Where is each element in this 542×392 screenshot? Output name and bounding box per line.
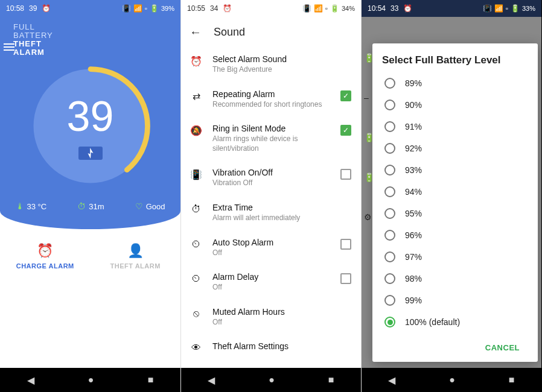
timer-icon: ⏱: [77, 201, 86, 211]
radio-button[interactable]: [384, 186, 395, 197]
battery-icon: 🔋: [511, 4, 520, 13]
option-label: 93%: [405, 165, 422, 175]
option-label: 95%: [405, 209, 422, 218]
nav-recent[interactable]: ■: [328, 375, 334, 385]
battery-percent: 39: [67, 92, 114, 141]
app-bar: ← Sound: [181, 17, 361, 47]
row-icon: 📳: [190, 169, 203, 180]
panel-sound-settings: 10:55 34 ⏰ 📳 📶 ▫ 🔋 34% ← Sound ⏰ Select …: [180, 0, 361, 392]
radio-button[interactable]: [384, 317, 395, 327]
row-subtitle: Off: [212, 283, 331, 292]
radio-button[interactable]: [384, 78, 395, 89]
dimmed-background: 🔋 – 🔋 🔋 ⚙ Select Full Battery Level 89% …: [362, 17, 541, 392]
signal-icon: ▫: [145, 4, 147, 13]
radio-button[interactable]: [384, 295, 395, 306]
stat-temp: 🌡 33 °C: [16, 201, 47, 211]
android-navbar: ◀ ● ■: [181, 368, 361, 392]
status-notif: 33: [391, 4, 398, 13]
logo-line: ALARM: [13, 48, 45, 57]
android-navbar: ◀ ● ■: [0, 368, 180, 392]
settings-list[interactable]: ⏰ Select Alarm Sound The Big Adventure ⇄…: [181, 47, 361, 368]
settings-row[interactable]: 👁 Theft Alarm Settings: [181, 334, 361, 361]
logo-line: FULL: [13, 22, 35, 31]
settings-row[interactable]: 📳 Vibration On/Off Vibration Off: [181, 160, 361, 195]
checkbox[interactable]: [340, 273, 351, 284]
radio-button[interactable]: [384, 230, 395, 241]
row-subtitle: Recommended for short ringtones: [212, 100, 331, 110]
settings-row[interactable]: ⏲ Alarm Delay Off: [181, 265, 361, 300]
nav-home[interactable]: ●: [269, 375, 275, 385]
settings-row[interactable]: ⇄ Repeating Alarm Recommended for short …: [181, 82, 361, 117]
nav-back[interactable]: ◀: [208, 375, 215, 386]
checkbox[interactable]: ✓: [340, 90, 351, 101]
row-subtitle: Off: [212, 318, 351, 327]
level-option[interactable]: 94%: [382, 181, 528, 203]
alarm-clock-icon: ⏰: [37, 243, 54, 259]
alarm-icon: ⏰: [223, 4, 232, 13]
status-time: 10:55: [187, 4, 205, 13]
row-subtitle: Off: [212, 248, 331, 258]
row-title: Ring in Silent Mode: [212, 124, 331, 133]
checkbox[interactable]: [340, 239, 351, 250]
row-icon: 👁: [190, 343, 203, 353]
alarm-icon: ⏰: [42, 4, 51, 13]
level-option[interactable]: 99%: [382, 289, 528, 311]
level-option[interactable]: 97%: [382, 246, 528, 268]
dialog-option-list[interactable]: 89% 90% 91% 92% 93% 94% 95% 96% 97% 98% …: [382, 72, 528, 336]
level-option[interactable]: 90%: [382, 94, 528, 116]
android-navbar: ◀ ● ■: [362, 368, 541, 392]
level-option[interactable]: 98%: [382, 268, 528, 289]
level-option[interactable]: 91%: [382, 116, 528, 138]
row-subtitle: Alarm rings while device is silent/vibra…: [212, 134, 331, 153]
logo-line: THEFT: [13, 39, 42, 48]
app-logo: FULL BATTERY THEFT ALARM: [13, 23, 180, 57]
checkbox[interactable]: [340, 169, 351, 180]
menu-button[interactable]: [4, 43, 14, 51]
radio-button[interactable]: [384, 273, 395, 284]
status-bar: 10:54 33 ⏰ 📳 📶 ▫ 🔋 33%: [362, 0, 541, 17]
option-label: 98%: [405, 274, 422, 283]
wifi-icon: 📶: [314, 4, 323, 13]
settings-row[interactable]: ⏱ Extra Time Alarm will alert immediatel…: [181, 195, 361, 230]
radio-button[interactable]: [384, 121, 395, 132]
nav-back[interactable]: ◀: [27, 375, 34, 386]
settings-row[interactable]: 🔕 Ring in Silent Mode Alarm rings while …: [181, 116, 361, 160]
tab-charge-alarm[interactable]: ⏰ CHARGE ALARM: [0, 229, 91, 283]
settings-row[interactable]: ⦸ Muted Alarm Hours Off: [181, 300, 361, 335]
level-option[interactable]: 95%: [382, 203, 528, 224]
nav-recent[interactable]: ■: [148, 375, 154, 385]
tab-label: CHARGE ALARM: [16, 262, 74, 270]
status-battery: 34%: [342, 5, 355, 12]
status-time: 10:58: [6, 4, 24, 13]
radio-button[interactable]: [384, 143, 395, 154]
checkbox[interactable]: ✓: [340, 125, 351, 136]
status-bar: 10:58 39 ⏰ 📳 📶 ▫ 🔋 39%: [0, 0, 180, 17]
tab-theft-alarm[interactable]: 👤 THEFT ALARM: [91, 229, 181, 283]
nav-back[interactable]: ◀: [388, 375, 395, 386]
level-option[interactable]: 92%: [382, 138, 528, 159]
settings-row[interactable]: ⏲ Auto Stop Alarm Off: [181, 230, 361, 265]
row-subtitle: Alarm will alert immediately: [212, 213, 351, 223]
level-option[interactable]: 96%: [382, 224, 528, 246]
nav-home[interactable]: ●: [88, 375, 94, 385]
level-option[interactable]: 93%: [382, 159, 528, 181]
radio-button[interactable]: [384, 251, 395, 262]
radio-button[interactable]: [384, 165, 395, 175]
settings-row[interactable]: ⏰ Select Alarm Sound The Big Adventure: [181, 47, 361, 82]
select-level-dialog: Select Full Battery Level 89% 90% 91% 92…: [372, 43, 538, 362]
radio-button[interactable]: [384, 100, 395, 110]
radio-button[interactable]: [384, 208, 395, 219]
stat-health: ♡ Good: [135, 201, 165, 211]
stat-value: 31m: [89, 202, 104, 211]
back-button[interactable]: ←: [190, 25, 202, 39]
cancel-button[interactable]: CANCEL: [480, 340, 524, 356]
svg-marker-2: [88, 148, 93, 159]
row-subtitle: The Big Adventure: [212, 65, 351, 75]
level-option[interactable]: 89%: [382, 72, 528, 94]
settings-row[interactable]: 🔋 Low Battery Alarm Settings: [181, 361, 361, 368]
level-option[interactable]: 100% (default): [382, 311, 528, 333]
nav-recent[interactable]: ■: [509, 375, 515, 385]
row-title: Alarm Delay: [212, 272, 331, 282]
panel-main: 10:58 39 ⏰ 📳 📶 ▫ 🔋 39% FULL BATTERY THEF…: [0, 0, 180, 392]
nav-home[interactable]: ●: [449, 375, 455, 385]
